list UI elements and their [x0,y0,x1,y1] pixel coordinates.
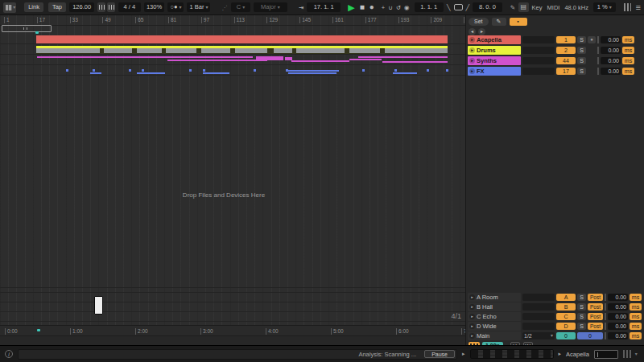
scale-icon[interactable]: ⋰ [221,4,228,11]
groove-amount-display[interactable]: 130% [144,2,165,12]
midi-clip-fx-note[interactable] [427,69,429,72]
track-name-bar[interactable]: ▸ FX [468,67,521,76]
input-routing-box[interactable] [522,57,555,64]
waveform-segment[interactable] [235,48,267,53]
track-lane-synths[interactable] [0,56,465,65]
beat-time-ruler[interactable]: 1173349658197113129145161177193209225 [0,15,465,26]
input-routing-box[interactable] [522,323,555,330]
track-delay-unit[interactable]: ms [622,68,634,75]
midi-clip-fx-note[interactable] [129,69,131,72]
follow-button[interactable]: ⇥ [299,4,303,11]
clip-mini-preview[interactable] [470,349,554,359]
controller-select-button[interactable] [3,2,16,13]
main-fold-icon[interactable]: ▸ [469,333,475,339]
midi-keyboard-button[interactable]: ▤ [518,2,529,12]
scale-name-select[interactable]: Major▾ [254,2,287,12]
scale-root-select[interactable]: C▾ [231,2,250,12]
return-fold-icon[interactable]: ▸ [469,314,475,319]
arrangement-area[interactable]: 1173349658197113129145161177193209225 Dr… [0,15,465,345]
input-routing-box[interactable] [522,47,555,54]
waveform-segment[interactable] [166,48,196,53]
input-routing-box[interactable] [522,294,555,301]
overdub-button[interactable]: + [382,4,385,11]
draw-automation-button[interactable]: ✎ [492,18,506,26]
clip-loop-box[interactable] [594,350,618,359]
return-header-c-echo[interactable]: ▸ C Echo C S Post 0.00 ms [468,311,643,321]
time-signature-display[interactable]: 4 / 4 [118,2,141,12]
return-name-bar[interactable]: ▸ C Echo [468,312,521,321]
audio-clip-drums[interactable] [36,46,448,54]
track-lane-acapella[interactable] [0,35,465,44]
main-name-bar[interactable]: ▸ Main [468,331,521,340]
midi-clip-fx-note[interactable] [189,69,192,72]
track-delay-unit[interactable]: ms [622,36,634,43]
track-header-fx[interactable]: ▸ FX 17 S 0.00 ms [468,66,643,76]
punch-in-button[interactable]: ╲ [447,4,451,11]
track-fold-icon[interactable]: ▸ [469,68,475,74]
track-name-bar[interactable]: ▸ Acapella [468,35,521,44]
hamburger-menu-icon[interactable]: ≡ [636,2,641,12]
waveform-segment[interactable] [296,48,345,53]
draw-mode-button[interactable]: ✎ [510,4,515,11]
track-delay-unit[interactable]: ms [622,47,634,54]
pause-button[interactable]: Pause [424,350,455,358]
tap-tempo-button[interactable]: Tap [48,2,66,12]
midi-clip-fx-line[interactable] [137,72,165,74]
play-button[interactable]: ▶ [345,2,357,13]
loop-switch-button[interactable] [454,4,463,10]
re-enable-automation-button[interactable]: ↺ [396,4,401,11]
midi-clip-fx-note[interactable] [142,69,144,72]
track-delay-value[interactable]: 0.00 [601,57,621,64]
track-delay-value[interactable]: 0.00 [608,294,628,301]
arrangement-position-display[interactable]: 17. 1. 1 [307,2,341,12]
pre-post-toggle[interactable]: Post [588,303,603,311]
midi-clip-fx-line[interactable] [288,72,336,74]
input-routing-box[interactable] [522,313,555,320]
return-header-d-wide[interactable]: ▸ D Wide D S Post 0.00 ms [468,321,643,331]
tempo-display[interactable]: 126.00 [69,2,94,12]
solo-button[interactable]: S [577,303,586,311]
return-name-bar[interactable]: ▸ B Hall [468,302,521,311]
return-fold-icon[interactable]: ▸ [469,323,475,329]
midi-clip-fx-note[interactable] [66,69,68,72]
waveform-segment[interactable] [36,48,100,53]
set-locator-button[interactable]: Set [469,18,489,26]
input-routing-box[interactable] [522,36,555,43]
midi-clip-synths[interactable] [291,60,349,62]
scale-root-caret-icon[interactable]: ▾ [242,5,245,10]
return-header-b-hall[interactable]: ▸ B Hall B S Post 0.00 ms [468,302,643,311]
track-delay-unit[interactable]: ms [622,57,634,64]
output-routing-select[interactable]: 1/2▾ [522,332,555,339]
loop-start-display[interactable]: 1. 1. 1 [415,2,444,12]
waveform-segment[interactable] [137,48,162,53]
midi-clip-synths[interactable] [382,61,448,63]
nudge-down-button[interactable] [97,2,105,12]
track-header-synths[interactable]: ▸ Synths 44 S 0.00 ms [468,56,643,65]
midi-clip-fx-line[interactable] [203,72,229,74]
midi-clip-fx-note[interactable] [254,69,256,72]
main-level-box[interactable]: 0 [577,332,603,339]
metronome-button[interactable]: ○●▾ [167,2,184,12]
quantization-menu[interactable]: 1 Bar▾ [187,2,210,12]
main-track-header[interactable]: ▸ Main 1/2▾ 0 0 0.00 ms [468,331,643,340]
waveform-segment[interactable] [274,48,292,53]
midi-clip-synths[interactable] [167,60,267,61]
midi-clip-fx-note[interactable] [93,69,95,72]
link-button[interactable]: Link [24,2,43,12]
track-lane-fx[interactable] [0,66,465,76]
cpu-load-display[interactable]: 1 %▾ [593,2,616,12]
solo-button[interactable]: S [577,294,586,301]
back-to-arrangement-button[interactable]: ▪ [510,18,527,26]
return-name-bar[interactable]: ▸ A Room [468,293,521,302]
track-lane-drums[interactable] [0,45,465,55]
midi-clip-synths[interactable] [37,56,253,58]
send-letter-box[interactable]: C [556,313,576,320]
midi-clip-synths[interactable] [358,56,448,58]
arm-button[interactable]: ● [588,36,596,43]
waveform-segment[interactable] [349,48,380,53]
track-name-bar[interactable]: ▸ Drums [468,46,521,55]
solo-button[interactable]: S [577,47,586,54]
track-number-box[interactable]: 44 [556,57,576,64]
loop-length-display[interactable]: 8. 0. 0 [473,2,502,12]
pre-post-toggle[interactable]: Post [588,323,603,330]
